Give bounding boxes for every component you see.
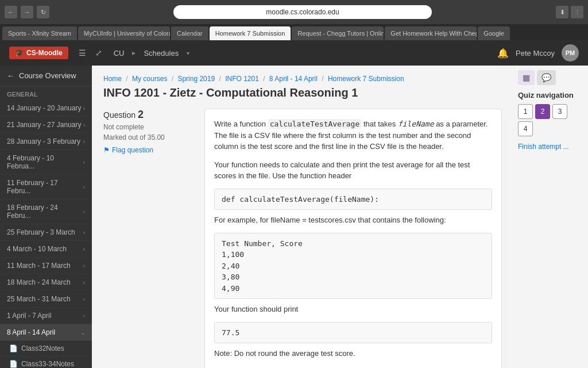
sidebar-item-jan28[interactable]: 28 January - 3 February › (0, 133, 92, 150)
breadcrumb-sep5: / (322, 75, 326, 83)
breadcrumb-week[interactable]: 8 April - 14 April (269, 75, 318, 83)
sidebar-item-jan14[interactable]: 14 January - 20 January › (0, 100, 92, 117)
breadcrumb-spring[interactable]: Spring 2019 (177, 75, 215, 83)
notification-bell-icon[interactable]: 🔔 (497, 48, 509, 59)
breadcrumb-sep3: / (219, 75, 223, 83)
flag-question-link[interactable]: ⚑ Flag question (103, 146, 195, 154)
logo-icon: 🎓 (15, 49, 24, 57)
question-number: 2 (138, 109, 144, 120)
course-overview-link[interactable]: ← Course Overview (0, 66, 92, 86)
tab-calendar[interactable]: Calendar (171, 26, 208, 40)
chevron-right-icon: › (83, 279, 85, 286)
page-title: INFO 1201 - Zietz - Computational Reason… (103, 86, 502, 99)
quiz-nav-num-4[interactable]: 4 (518, 121, 533, 136)
sidebar-item-apr1[interactable]: 1 April - 7 April › (0, 308, 92, 324)
nav-separator: ▸ (132, 49, 136, 57)
sidebar-item-class33notes[interactable]: 📄 Class33-34Notes (0, 356, 92, 368)
hamburger-button[interactable]: ☰ (75, 46, 90, 60)
question-container: Question 2 Not complete Marked out of 35… (103, 109, 502, 368)
finish-attempt-link[interactable]: Finish attempt ... (518, 143, 569, 151)
tab-homework[interactable]: Homework 7 Submission (210, 26, 291, 40)
chevron-right-icon: › (83, 184, 85, 190)
document-icon: 📄 (9, 360, 18, 368)
chevron-right-icon: › (83, 246, 85, 252)
sidebar-item-feb18[interactable]: 18 February - 24 Febru... › (0, 200, 92, 224)
answer-section: Answer: (penalty regime: 0 %) 1 (214, 366, 492, 369)
user-name: Pete Mccoy (516, 49, 555, 57)
quiz-nav-num-1[interactable]: 1 (518, 104, 533, 119)
example-data-block: Test Number, Score 1,100 2,40 3,80 4,90 (214, 233, 492, 300)
download-button[interactable]: ⬇ (556, 6, 568, 18)
sidebar-item-mar25[interactable]: 25 March - 31 March › (0, 291, 92, 308)
example-intro-text: For example, for fileName = testscores.c… (214, 214, 492, 226)
answer-label: Answer: (penalty regime: 0 %) (214, 366, 492, 369)
cu-nav-item[interactable]: CU (108, 47, 130, 60)
browser-tabs: Sports - Xfinity Stream MyCUInfo | Unive… (0, 24, 588, 40)
sidebar-item-mar18[interactable]: 18 March - 24 March › (0, 274, 92, 291)
sidebar-item-feb11[interactable]: 11 February - 17 Febru... › (0, 175, 92, 200)
app-header: 🎓 CS-Moodle ☰ ⤢ CU ▸ Schedules ▾ 🔔 Pete … (0, 40, 588, 66)
sidebar-item-apr8[interactable]: 8 April - 14 April ⌄ (0, 324, 92, 341)
tab-chegg-tutors[interactable]: Request - Chegg Tutors | Online T... (292, 26, 384, 40)
header-right: 🔔 Pete Mccoy PM (497, 44, 579, 62)
sidebar-item-mar11[interactable]: 11 March - 17 March › (0, 258, 92, 274)
address-text: moodle.cs.colorado.edu (179, 8, 426, 16)
breadcrumb-my-courses[interactable]: My courses (132, 75, 167, 83)
quiz-nav-num-3[interactable]: 3 (552, 104, 567, 119)
tab-google[interactable]: Google (478, 26, 509, 40)
breadcrumb-info1201[interactable]: INFO 1201 (225, 75, 259, 83)
back-arrow-icon: ← (7, 71, 14, 80)
sidebar-item-feb4[interactable]: 4 February - 10 Februa... › (0, 150, 92, 175)
breadcrumb: Home / My courses / Spring 2019 / INFO 1… (103, 75, 502, 83)
grid-tab-button[interactable]: ▦ (518, 70, 535, 85)
chevron-down-icon: ⌄ (80, 329, 85, 336)
chat-tab-button[interactable]: 💬 (537, 70, 556, 85)
chevron-right-icon: › (83, 139, 85, 145)
tab-mycuinfo[interactable]: MyCUInfo | University of Colorado... (78, 26, 170, 40)
sidebar-item-mar4[interactable]: 4 March - 10 March › (0, 241, 92, 258)
question-meta: Question 2 Not complete Marked out of 35… (103, 109, 195, 368)
chevron-right-icon: › (83, 209, 85, 215)
sidebar-item-feb25[interactable]: 25 February - 3 March › (0, 224, 92, 241)
content-area: Home / My courses / Spring 2019 / INFO 1… (92, 66, 513, 368)
general-section-label: General (0, 86, 92, 100)
tab-chegg-help[interactable]: Get Homework Help With Chegg... (385, 26, 477, 40)
chevron-right-icon: › (83, 122, 85, 128)
sidebar-item-class32notes[interactable]: 📄 Class32Notes (0, 341, 92, 356)
chevron-right-icon: › (83, 159, 85, 166)
chevron-right-icon: › (83, 263, 85, 269)
breadcrumb-sep1: / (126, 75, 130, 83)
back-button[interactable]: ← (5, 6, 17, 18)
address-bar[interactable]: moodle.cs.colorado.edu (173, 5, 432, 19)
question-status: Not complete (103, 123, 195, 131)
question-needs-text: Your function needs to calculate and the… (214, 159, 492, 182)
chevron-right-icon: › (83, 296, 85, 302)
main-container: ← Course Overview General 14 January - 2… (0, 66, 588, 368)
right-panel-tabs: ▦ 💬 (518, 70, 583, 85)
refresh-button[interactable]: ↻ (37, 6, 49, 18)
breadcrumb-assignment[interactable]: Homework 7 Submission (328, 75, 404, 83)
tab-sports[interactable]: Sports - Xfinity Stream (2, 26, 77, 40)
expand-button[interactable]: ⤢ (92, 46, 106, 60)
function-should-print-text: Your function should print (214, 304, 492, 315)
forward-button[interactable]: → (21, 6, 33, 18)
sidebar-item-jan21[interactable]: 21 January - 27 January › (0, 117, 92, 133)
breadcrumb-sep2: / (172, 75, 176, 83)
quiz-nav-num-2[interactable]: 2 (535, 104, 550, 119)
right-panel: ▦ 💬 Quiz navigation 1 2 3 4 Finish attem… (513, 66, 588, 368)
chevron-right-icon: › (83, 105, 85, 112)
logo-text: CS-Moodle (26, 49, 63, 57)
avatar[interactable]: PM (562, 44, 579, 62)
schedules-nav-item[interactable]: Schedules (138, 47, 184, 60)
chevron-right-icon: › (83, 313, 85, 319)
question-number-label: Question 2 (103, 109, 195, 121)
example-output-block: 77.5 (214, 322, 492, 344)
menu-button[interactable]: ⋮ (571, 6, 583, 18)
document-icon: 📄 (9, 344, 18, 352)
param-name-text: fileName (398, 120, 434, 128)
question-content: Write a function calculateTestAverage th… (204, 109, 502, 368)
app-nav: ☰ ⤢ CU ▸ Schedules ▾ (75, 46, 190, 60)
flag-icon: ⚑ (103, 146, 110, 154)
breadcrumb-home[interactable]: Home (103, 75, 122, 83)
app-logo[interactable]: 🎓 CS-Moodle (9, 47, 68, 59)
